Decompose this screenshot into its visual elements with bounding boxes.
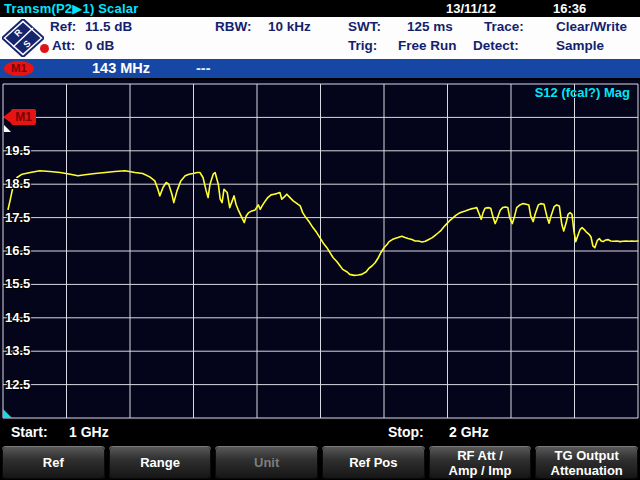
softkey-label-line: Unit	[254, 455, 279, 470]
att-indicator-dot	[40, 44, 49, 53]
softkey-unit: Unit	[215, 446, 318, 479]
y-axis-tick-label: 18.5	[5, 176, 30, 192]
marker-m1-badge: M1	[4, 61, 34, 76]
marker-value-field: ---	[196, 60, 211, 76]
title-bar: Transm(P2▶1) Scalar 13/11/12 16:36	[0, 0, 640, 17]
trace-value: Clear/Write	[556, 19, 627, 34]
start-freq-value: 1 GHz	[69, 424, 109, 440]
softkey-bar: RefRangeUnitRef PosRF Att /Amp / ImpTG O…	[0, 445, 640, 480]
trace-mode-label: S12 (fcal?) Mag	[535, 85, 630, 100]
marker-position-icon	[4, 125, 11, 132]
y-axis-tick-label: 12.5	[5, 377, 30, 393]
att-label: Att:	[52, 38, 75, 53]
rbw-value: 10 kHz	[268, 19, 311, 34]
trace-label: Trace:	[484, 19, 524, 34]
graph-corner-icon	[3, 409, 12, 418]
softkey-ref-pos[interactable]: Ref Pos	[322, 446, 425, 479]
detect-value: Sample	[556, 38, 604, 53]
measurement-title: Transm(P2▶1) Scalar	[4, 1, 138, 16]
y-axis-tick-label: 14.5	[5, 310, 30, 326]
time-display: 16:36	[553, 1, 586, 16]
softkey-label-line: Ref Pos	[349, 455, 397, 470]
softkey-ref[interactable]: Ref	[2, 446, 105, 479]
date-display: 13/11/12	[446, 1, 496, 16]
graph-marker-m1[interactable]: M1	[11, 109, 36, 125]
s12-trace	[8, 171, 638, 276]
y-axis-tick-label: 17.5	[5, 210, 30, 226]
att-value: 0 dB	[85, 38, 114, 53]
ref-label: Ref:	[50, 19, 76, 34]
marker-frequency-field[interactable]: 143 MHz	[92, 60, 150, 76]
softkey-range[interactable]: Range	[109, 446, 212, 479]
frequency-footer: Start: 1 GHz Stop: 2 GHz	[0, 420, 640, 445]
trig-value: Free Run	[398, 38, 457, 53]
swt-label: SWT:	[348, 19, 381, 34]
stop-freq-value: 2 GHz	[449, 424, 489, 440]
trig-label: Trig:	[348, 38, 377, 53]
softkey-label-line: TG Output	[555, 448, 619, 463]
grid-and-trace-canvas	[0, 80, 640, 420]
y-axis-tick-label: 15.5	[5, 276, 30, 292]
y-axis-tick-label: 19.5	[5, 143, 30, 159]
softkey-label-line: Ref	[43, 455, 64, 470]
y-axis-tick-label: 13.5	[5, 343, 30, 359]
settings-header: R S Ref: 11.5 dB Att: 0 dB RBW: 10 kHz S…	[0, 17, 640, 59]
softkey-tg-output-attenuation[interactable]: TG OutputAttenuation	[535, 446, 638, 479]
marker-readout-bar: M1 143 MHz ---	[0, 59, 640, 78]
rbw-label: RBW:	[215, 19, 252, 34]
instrument-screen: Transm(P2▶1) Scalar 13/11/12 16:36 R S R…	[0, 0, 640, 480]
stop-freq-label: Stop:	[388, 424, 424, 440]
marker-offscreen-arrow-icon	[3, 111, 11, 123]
ref-value: 11.5 dB	[85, 19, 132, 34]
y-axis-tick-label: 16.5	[5, 243, 30, 259]
swt-value: 125 ms	[407, 19, 453, 34]
softkey-rf-att-amp-imp[interactable]: RF Att /Amp / Imp	[429, 446, 532, 479]
softkey-label-line: Amp / Imp	[449, 463, 512, 478]
softkey-label-line: Attenuation	[551, 463, 623, 478]
start-freq-label: Start:	[11, 424, 48, 440]
softkey-label-line: Range	[140, 455, 180, 470]
detect-label: Detect:	[473, 38, 519, 53]
softkey-label-line: RF Att /	[457, 448, 503, 463]
measurement-graph: S12 (fcal?) Mag 19.518.517.516.515.514.5…	[0, 80, 640, 420]
rs-logo: R S	[2, 19, 44, 57]
